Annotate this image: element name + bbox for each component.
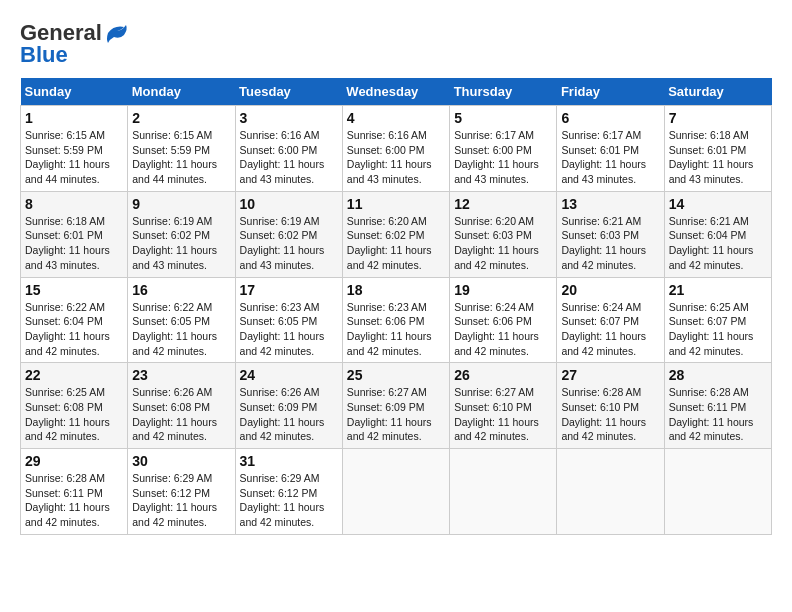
day-number: 15 [25,282,123,298]
calendar-cell: 6Sunrise: 6:17 AM Sunset: 6:01 PM Daylig… [557,106,664,192]
calendar-body: 1Sunrise: 6:15 AM Sunset: 5:59 PM Daylig… [21,106,772,535]
day-number: 30 [132,453,230,469]
calendar-cell: 14Sunrise: 6:21 AM Sunset: 6:04 PM Dayli… [664,191,771,277]
calendar-cell: 22Sunrise: 6:25 AM Sunset: 6:08 PM Dayli… [21,363,128,449]
day-info: Sunrise: 6:27 AM Sunset: 6:10 PM Dayligh… [454,385,552,444]
day-number: 12 [454,196,552,212]
day-number: 31 [240,453,338,469]
day-number: 2 [132,110,230,126]
day-info: Sunrise: 6:16 AM Sunset: 6:00 PM Dayligh… [347,128,445,187]
calendar-cell: 3Sunrise: 6:16 AM Sunset: 6:00 PM Daylig… [235,106,342,192]
day-number: 8 [25,196,123,212]
day-info: Sunrise: 6:17 AM Sunset: 6:01 PM Dayligh… [561,128,659,187]
day-info: Sunrise: 6:17 AM Sunset: 6:00 PM Dayligh… [454,128,552,187]
day-number: 5 [454,110,552,126]
day-number: 19 [454,282,552,298]
day-info: Sunrise: 6:21 AM Sunset: 6:04 PM Dayligh… [669,214,767,273]
calendar-cell [450,449,557,535]
day-number: 4 [347,110,445,126]
calendar-cell: 4Sunrise: 6:16 AM Sunset: 6:00 PM Daylig… [342,106,449,192]
day-number: 9 [132,196,230,212]
logo-blue: Blue [20,42,68,68]
day-number: 1 [25,110,123,126]
calendar-cell: 7Sunrise: 6:18 AM Sunset: 6:01 PM Daylig… [664,106,771,192]
calendar-cell: 12Sunrise: 6:20 AM Sunset: 6:03 PM Dayli… [450,191,557,277]
day-info: Sunrise: 6:20 AM Sunset: 6:03 PM Dayligh… [454,214,552,273]
calendar-cell [557,449,664,535]
day-info: Sunrise: 6:24 AM Sunset: 6:06 PM Dayligh… [454,300,552,359]
weekday-wednesday: Wednesday [342,78,449,106]
calendar-cell: 30Sunrise: 6:29 AM Sunset: 6:12 PM Dayli… [128,449,235,535]
day-info: Sunrise: 6:26 AM Sunset: 6:08 PM Dayligh… [132,385,230,444]
day-number: 6 [561,110,659,126]
calendar-cell: 16Sunrise: 6:22 AM Sunset: 6:05 PM Dayli… [128,277,235,363]
logo: General Blue [20,20,128,68]
day-number: 16 [132,282,230,298]
calendar-cell: 18Sunrise: 6:23 AM Sunset: 6:06 PM Dayli… [342,277,449,363]
calendar-cell: 27Sunrise: 6:28 AM Sunset: 6:10 PM Dayli… [557,363,664,449]
day-info: Sunrise: 6:23 AM Sunset: 6:06 PM Dayligh… [347,300,445,359]
day-number: 23 [132,367,230,383]
day-number: 29 [25,453,123,469]
calendar-cell: 31Sunrise: 6:29 AM Sunset: 6:12 PM Dayli… [235,449,342,535]
calendar-cell: 29Sunrise: 6:28 AM Sunset: 6:11 PM Dayli… [21,449,128,535]
day-info: Sunrise: 6:29 AM Sunset: 6:12 PM Dayligh… [240,471,338,530]
day-info: Sunrise: 6:24 AM Sunset: 6:07 PM Dayligh… [561,300,659,359]
day-info: Sunrise: 6:15 AM Sunset: 5:59 PM Dayligh… [25,128,123,187]
day-info: Sunrise: 6:18 AM Sunset: 6:01 PM Dayligh… [669,128,767,187]
day-number: 17 [240,282,338,298]
day-number: 25 [347,367,445,383]
day-number: 20 [561,282,659,298]
day-number: 18 [347,282,445,298]
calendar-table: SundayMondayTuesdayWednesdayThursdayFrid… [20,78,772,535]
day-info: Sunrise: 6:19 AM Sunset: 6:02 PM Dayligh… [132,214,230,273]
weekday-monday: Monday [128,78,235,106]
day-number: 7 [669,110,767,126]
day-info: Sunrise: 6:15 AM Sunset: 5:59 PM Dayligh… [132,128,230,187]
calendar-cell [342,449,449,535]
day-number: 24 [240,367,338,383]
calendar-cell: 17Sunrise: 6:23 AM Sunset: 6:05 PM Dayli… [235,277,342,363]
calendar-cell: 2Sunrise: 6:15 AM Sunset: 5:59 PM Daylig… [128,106,235,192]
day-info: Sunrise: 6:19 AM Sunset: 6:02 PM Dayligh… [240,214,338,273]
weekday-friday: Friday [557,78,664,106]
day-info: Sunrise: 6:16 AM Sunset: 6:00 PM Dayligh… [240,128,338,187]
calendar-cell: 26Sunrise: 6:27 AM Sunset: 6:10 PM Dayli… [450,363,557,449]
day-number: 11 [347,196,445,212]
calendar-week-row: 8Sunrise: 6:18 AM Sunset: 6:01 PM Daylig… [21,191,772,277]
day-info: Sunrise: 6:28 AM Sunset: 6:10 PM Dayligh… [561,385,659,444]
day-number: 27 [561,367,659,383]
day-number: 14 [669,196,767,212]
weekday-saturday: Saturday [664,78,771,106]
calendar-cell: 23Sunrise: 6:26 AM Sunset: 6:08 PM Dayli… [128,363,235,449]
day-info: Sunrise: 6:28 AM Sunset: 6:11 PM Dayligh… [25,471,123,530]
day-info: Sunrise: 6:26 AM Sunset: 6:09 PM Dayligh… [240,385,338,444]
day-number: 28 [669,367,767,383]
calendar-cell: 5Sunrise: 6:17 AM Sunset: 6:00 PM Daylig… [450,106,557,192]
calendar-cell: 1Sunrise: 6:15 AM Sunset: 5:59 PM Daylig… [21,106,128,192]
calendar-cell: 24Sunrise: 6:26 AM Sunset: 6:09 PM Dayli… [235,363,342,449]
calendar-cell: 8Sunrise: 6:18 AM Sunset: 6:01 PM Daylig… [21,191,128,277]
calendar-week-row: 29Sunrise: 6:28 AM Sunset: 6:11 PM Dayli… [21,449,772,535]
calendar-cell: 25Sunrise: 6:27 AM Sunset: 6:09 PM Dayli… [342,363,449,449]
day-info: Sunrise: 6:22 AM Sunset: 6:05 PM Dayligh… [132,300,230,359]
weekday-sunday: Sunday [21,78,128,106]
calendar-cell: 15Sunrise: 6:22 AM Sunset: 6:04 PM Dayli… [21,277,128,363]
day-number: 21 [669,282,767,298]
day-info: Sunrise: 6:20 AM Sunset: 6:02 PM Dayligh… [347,214,445,273]
day-info: Sunrise: 6:25 AM Sunset: 6:07 PM Dayligh… [669,300,767,359]
day-info: Sunrise: 6:29 AM Sunset: 6:12 PM Dayligh… [132,471,230,530]
day-number: 10 [240,196,338,212]
day-info: Sunrise: 6:27 AM Sunset: 6:09 PM Dayligh… [347,385,445,444]
day-info: Sunrise: 6:18 AM Sunset: 6:01 PM Dayligh… [25,214,123,273]
calendar-cell: 19Sunrise: 6:24 AM Sunset: 6:06 PM Dayli… [450,277,557,363]
logo-bird-icon [106,23,128,43]
calendar-week-row: 1Sunrise: 6:15 AM Sunset: 5:59 PM Daylig… [21,106,772,192]
calendar-cell: 10Sunrise: 6:19 AM Sunset: 6:02 PM Dayli… [235,191,342,277]
day-info: Sunrise: 6:22 AM Sunset: 6:04 PM Dayligh… [25,300,123,359]
day-number: 3 [240,110,338,126]
day-info: Sunrise: 6:21 AM Sunset: 6:03 PM Dayligh… [561,214,659,273]
weekday-tuesday: Tuesday [235,78,342,106]
day-info: Sunrise: 6:23 AM Sunset: 6:05 PM Dayligh… [240,300,338,359]
calendar-cell: 13Sunrise: 6:21 AM Sunset: 6:03 PM Dayli… [557,191,664,277]
